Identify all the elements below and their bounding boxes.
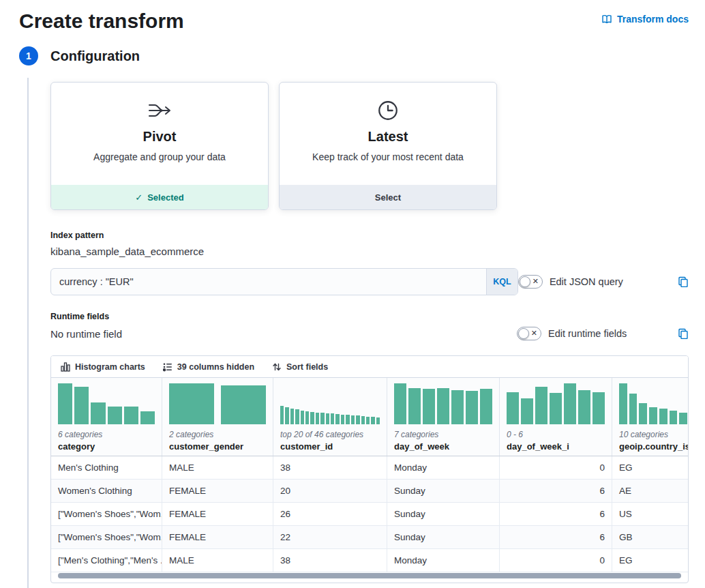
table-row: ["Men's Clothing","Men's ...MALE38Monday… xyxy=(51,549,689,572)
grid-cell[interactable]: ["Women's Shoes","Wom... xyxy=(51,526,162,548)
grid-cell[interactable]: EG xyxy=(612,456,689,479)
toggle-off-x-icon: ✕ xyxy=(531,329,537,337)
grid-cell[interactable]: Sunday xyxy=(387,480,500,502)
grid-cell[interactable]: 6 xyxy=(500,503,612,525)
grid-cell[interactable]: 0 xyxy=(500,456,612,479)
histogram-bar xyxy=(361,416,365,424)
column-name: geoip.country_iso_code xyxy=(619,441,689,452)
column-header-category[interactable]: 6 categoriescategory xyxy=(51,378,162,456)
kql-language-button[interactable]: KQL xyxy=(486,269,518,295)
sort-fields-button[interactable]: Sort fields xyxy=(272,362,328,372)
transform-docs-link[interactable]: Transform docs xyxy=(601,14,689,25)
column-meta: 10 categories xyxy=(619,430,689,439)
edit-runtime-fields-toggle[interactable]: ✕ xyxy=(517,327,541,340)
grid-cell[interactable]: Sunday xyxy=(387,526,500,548)
grid-cell[interactable]: 26 xyxy=(273,503,387,525)
histogram-day_of_week_i xyxy=(507,383,605,424)
table-row: ["Women's Shoes","Wom...FEMALE22Sunday6G… xyxy=(51,526,689,549)
grid-cell[interactable]: Monday xyxy=(387,456,500,479)
histogram-bar xyxy=(507,392,519,424)
column-header-customer_gender[interactable]: 2 categoriescustomer_gender xyxy=(162,378,273,456)
grid-cell[interactable]: FEMALE xyxy=(162,503,273,525)
grid-cell[interactable]: 6 xyxy=(500,480,612,502)
toggle-thumb xyxy=(520,276,530,287)
grid-cell[interactable]: FEMALE xyxy=(162,526,273,548)
grid-cell[interactable]: AE xyxy=(612,480,689,502)
pivot-card[interactable]: Pivot Aggregate and group your data ✓ Se… xyxy=(50,82,269,210)
histogram-customer_id xyxy=(280,383,380,424)
search-query-input[interactable]: currency : "EUR" KQL xyxy=(50,268,518,295)
histogram-bar xyxy=(285,407,288,424)
column-name: customer_gender xyxy=(169,441,266,452)
histogram-charts-button[interactable]: Histogram charts xyxy=(61,362,145,372)
pivot-selected-footer[interactable]: ✓ Selected xyxy=(51,185,268,209)
copy-to-clipboard-icon[interactable] xyxy=(678,328,689,339)
toggle-thumb xyxy=(518,328,529,339)
histogram-customer_gender xyxy=(169,383,266,424)
clock-icon xyxy=(376,98,400,123)
grid-cell[interactable]: GB xyxy=(612,526,689,548)
grid-cell[interactable]: ["Men's Clothing","Men's ... xyxy=(51,549,162,572)
docs-link-label: Transform docs xyxy=(617,14,689,25)
scrollbar-thumb[interactable] xyxy=(58,573,681,578)
grid-cell[interactable]: Monday xyxy=(387,549,500,572)
histogram-bar xyxy=(91,402,105,424)
histogram-bar xyxy=(679,413,687,424)
grid-cell[interactable]: MALE xyxy=(162,549,273,572)
grid-cell[interactable]: Women's Clothing xyxy=(51,480,162,502)
column-header-day_of_week_i[interactable]: 0 - 6day_of_week_i xyxy=(500,378,612,456)
grid-cell[interactable]: EG xyxy=(612,549,689,572)
toggle-off-x-icon: ✕ xyxy=(532,278,539,285)
column-header-customer_id[interactable]: top 20 of 46 categoriescustomer_id xyxy=(273,378,387,456)
query-bar-row: currency : "EUR" KQL ✕ Edit JSON query xyxy=(50,268,689,295)
grid-cell[interactable]: 38 xyxy=(273,456,387,479)
columns-hidden-button[interactable]: 39 columns hidden xyxy=(163,362,254,372)
page-header: Create transform Transform docs xyxy=(19,7,689,46)
grid-cell[interactable]: Men's Clothing xyxy=(51,456,162,479)
columns-hidden-label: 39 columns hidden xyxy=(177,362,254,372)
index-pattern-label: Index pattern xyxy=(50,231,689,240)
column-header-geoip.country_iso_code[interactable]: 10 categoriesgeoip.country_iso_code xyxy=(612,378,689,456)
step-header: 1 Configuration xyxy=(19,46,689,65)
histogram-bar xyxy=(335,414,339,424)
sort-fields-label: Sort fields xyxy=(286,362,328,372)
histogram-bar xyxy=(341,415,344,424)
grid-cell[interactable]: 6 xyxy=(500,526,612,548)
create-transform-page: Create transform Transform docs 1 Config… xyxy=(0,0,705,583)
grid-cell[interactable]: Sunday xyxy=(387,503,500,525)
grid-cell[interactable]: 20 xyxy=(273,480,387,502)
grid-cell[interactable]: 38 xyxy=(273,549,387,572)
histogram-bar xyxy=(423,389,435,424)
query-text[interactable]: currency : "EUR" xyxy=(51,276,486,287)
latest-card[interactable]: Latest Keep track of your most recent da… xyxy=(279,82,497,210)
runtime-fields-value: No runtime field xyxy=(50,328,122,340)
latest-select-footer[interactable]: Select xyxy=(280,185,496,209)
preview-data-grid: Histogram charts 39 columns hidden xyxy=(50,355,689,583)
histogram-bar xyxy=(639,403,647,424)
grid-cell[interactable]: MALE xyxy=(162,456,273,479)
documentation-icon xyxy=(601,14,612,25)
horizontal-scrollbar[interactable] xyxy=(51,572,688,583)
histogram-bar xyxy=(290,409,294,424)
histogram-bar xyxy=(169,383,214,424)
edit-json-query-toggle[interactable]: ✕ xyxy=(518,275,543,289)
copy-to-clipboard-icon[interactable] xyxy=(678,276,689,287)
grid-cell[interactable]: FEMALE xyxy=(162,480,273,502)
grid-cell[interactable]: US xyxy=(612,503,689,525)
histogram-bar xyxy=(670,411,678,424)
edit-runtime-controls: ✕ Edit runtime fields xyxy=(517,327,689,340)
histogram-charts-label: Histogram charts xyxy=(75,362,145,372)
grid-cell[interactable]: ["Women's Shoes","Wom... xyxy=(51,503,162,525)
aggregate-icon xyxy=(147,98,172,123)
histogram-day_of_week xyxy=(394,383,492,424)
grid-cell[interactable]: 22 xyxy=(273,526,387,548)
column-header-day_of_week[interactable]: 7 categoriesday_of_week xyxy=(387,378,500,456)
check-icon: ✓ xyxy=(135,192,142,203)
histogram-bar xyxy=(351,415,355,424)
pivot-card-description: Aggregate and group your data xyxy=(93,151,226,162)
index-pattern-value: kibana_sample_data_ecommerce xyxy=(50,246,689,257)
histogram-bar xyxy=(437,388,449,424)
grid-cell[interactable]: 0 xyxy=(500,549,612,572)
histogram-bar xyxy=(124,407,138,424)
runtime-fields-row: No runtime field ✕ Edit runtime fields xyxy=(50,327,689,340)
